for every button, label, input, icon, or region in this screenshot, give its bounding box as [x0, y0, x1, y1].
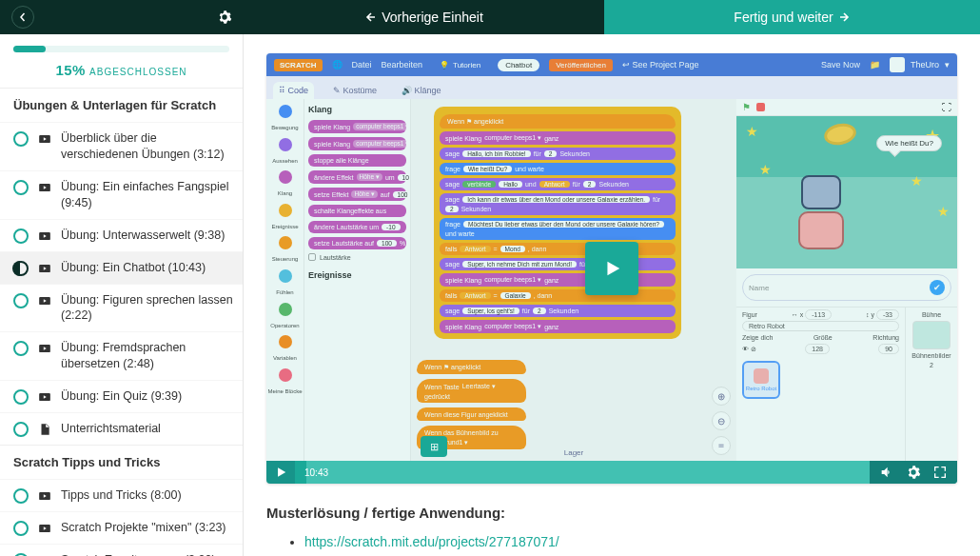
progress-section: 15% ABGESCHLOSSEN	[0, 34, 243, 88]
palette-category-icon	[279, 269, 292, 283]
lesson-item[interactable]: Unterrichtsmaterial	[0, 412, 243, 445]
see-project-page: ↩ See Project Page	[622, 60, 699, 70]
palette-category-icon	[279, 335, 292, 348]
lesson-label: Übung: Ein einfaches Fangspiel (9:45)	[61, 179, 233, 211]
lesson-item[interactable]: Tipps und Tricks (8:00)	[0, 479, 243, 511]
lesson-label: Scratch Erweiterungen (3:20)	[61, 552, 216, 556]
sprite-thumbnail: Retro Robot	[742, 361, 780, 399]
fullscreen-icon	[932, 465, 948, 480]
progress-bar	[13, 46, 229, 52]
code-block: frageWie heißt Du?und warte	[440, 163, 676, 175]
lesson-label: Unterrichtsmaterial	[61, 421, 161, 437]
palette-category-label: Ereignisse	[266, 224, 304, 230]
code-block: stoppe alle Klänge	[308, 154, 406, 167]
code-block: Wenn ⚑ angeklickt	[417, 360, 526, 374]
palette-category-label: Meine Blöcke	[266, 388, 304, 395]
play-icon	[274, 466, 287, 479]
chevron-left-icon	[18, 12, 28, 22]
volume-button[interactable]	[879, 465, 894, 480]
code-block: fallsAntwort=Mond, dann	[440, 243, 676, 255]
status-circle-icon	[13, 180, 29, 195]
below-video: Musterlösung / fertige Anwendung: https:…	[266, 505, 957, 549]
fullscreen-button[interactable]	[932, 465, 948, 480]
video-timeline[interactable]: 10:43	[295, 461, 870, 484]
stage-panel: ⚑ ⛶ ★ ★ ★ ★ ★ Wie heißt Du?	[736, 99, 957, 461]
lesson-item[interactable]: Übung: Figuren sprechen lassen (2:22)	[0, 284, 243, 332]
palette-category-label: Fühlen	[266, 289, 304, 296]
main-content: SCRATCH 🌐 Datei Bearbeiten 💡Tutorien Cha…	[244, 34, 980, 556]
stage-thumbnail	[912, 321, 951, 349]
code-block: frageMöchtest Du lieber etwas über den M…	[440, 218, 676, 240]
solution-link[interactable]: https://scratch.mit.edu/projects/2771870…	[304, 534, 559, 549]
progress-label: 15% ABGESCHLOSSEN	[13, 62, 229, 78]
back-button[interactable]	[11, 6, 34, 29]
script-area: Wenn ⚑ angeklicktspiele Klangcomputer be…	[411, 99, 736, 461]
status-circle-icon	[13, 341, 29, 356]
video-player[interactable]: SCRATCH 🌐 Datei Bearbeiten 💡Tutorien Cha…	[266, 53, 957, 484]
lesson-label: Tipps und Tricks (8:00)	[61, 487, 182, 504]
tab-code: ⠿ Code	[273, 82, 314, 99]
user-menu: TheUro ▾	[890, 57, 950, 72]
status-circle-icon	[13, 389, 29, 405]
code-block: setze EffektHöhe ▾auf100	[308, 188, 406, 201]
code-block: spiele Klangcomputer beeps1 ▾ganz	[308, 120, 406, 133]
lesson-label: Übung: Ein Chatbot (10:43)	[61, 260, 206, 276]
code-block: spiele Klangcomputer beeps1 ▾ganz	[440, 131, 676, 145]
lesson-item[interactable]: Scratch Projekte "mixen" (3:23)	[0, 511, 243, 544]
palette-category-label: Aussehen	[266, 158, 304, 165]
lesson-item[interactable]: Übung: Fremdsprachen übersetzen (2:48)	[0, 331, 243, 380]
status-circle-icon	[13, 261, 29, 276]
palette-category-icon	[279, 236, 292, 249]
play-button[interactable]	[585, 242, 638, 295]
code-block: schalte Klangeffekte aus	[308, 205, 406, 217]
next-unit-button[interactable]: Fertig und weiter	[604, 0, 980, 34]
palette-category-icon	[279, 170, 292, 184]
palette-category-label: Bewegung	[266, 125, 304, 131]
tab-costumes: ✎ Kostüme	[327, 82, 382, 99]
play-control[interactable]	[266, 461, 295, 484]
ask-answer-box: Name ✔	[742, 274, 951, 301]
lesson-label: Übung: Ein Quiz (9:39)	[61, 388, 182, 405]
prev-unit-label: Vorherige Einheit	[382, 10, 483, 25]
lesson-label: Übung: Fremdsprachen übersetzen (2:48)	[61, 340, 233, 372]
answer-submit-icon: ✔	[930, 280, 945, 295]
code-block: sageSuper, ich nehme Dich mit zum Mond!f…	[440, 258, 676, 270]
code-block: spiele Klangcomputer beeps1 ▾	[308, 137, 406, 150]
code-block: ändere EffektHöhe ▾um10	[308, 170, 406, 184]
lesson-item[interactable]: Übung: Ein Chatbot (10:43)	[0, 251, 243, 284]
section-heading: Scratch Tipps und Tricks	[0, 445, 243, 479]
video-icon	[38, 489, 51, 503]
lesson-item[interactable]: Übung: Ein Quiz (9:39)	[0, 380, 243, 412]
next-unit-label: Fertig und weiter	[734, 10, 833, 25]
menu-edit: Bearbeiten	[382, 60, 423, 70]
stop-icon	[756, 103, 765, 111]
lesson-label: Übung: Figuren sprechen lassen (2:22)	[61, 292, 233, 325]
menu-file: Datei	[352, 60, 372, 70]
lesson-item[interactable]: Übung: Unterwasserwelt (9:38)	[0, 219, 243, 251]
code-block: ändere Lautstärke um-10	[308, 221, 406, 233]
status-circle-icon	[13, 488, 29, 504]
save-now: Save Now	[821, 60, 860, 70]
status-circle-icon	[13, 131, 29, 147]
lesson-item[interactable]: Übung: Ein einfaches Fangspiel (9:45)	[0, 170, 243, 219]
status-circle-icon	[13, 228, 29, 244]
reporter-checkbox: Lautstärke	[308, 253, 406, 261]
lesson-item[interactable]: Überblick über die verschiedenen Übungen…	[0, 122, 243, 170]
palette-category-icon	[279, 204, 292, 217]
sprite-robot	[792, 175, 851, 249]
video-icon	[38, 390, 51, 404]
gear-icon	[906, 465, 921, 480]
solution-heading: Musterlösung / fertige Anwendung:	[266, 505, 957, 521]
lesson-item[interactable]: Scratch Erweiterungen (3:20)	[0, 544, 243, 556]
settings-button[interactable]	[906, 465, 921, 480]
progress-fill	[13, 46, 46, 52]
lesson-label: Übung: Unterwasserwelt (9:38)	[61, 228, 225, 244]
lightbulb-icon: 💡	[440, 61, 449, 70]
code-block: Wenn ⚑ angeklickt	[440, 114, 676, 129]
scratch-tabs: ⠿ Code ✎ Kostüme 🔊 Klänge	[266, 76, 957, 99]
video-controls: 10:43	[266, 461, 957, 484]
section-heading: Übungen & Unterlagen für Scratch	[0, 88, 243, 122]
prev-unit-button[interactable]: Vorherige Einheit	[244, 0, 604, 34]
settings-button[interactable]	[217, 10, 232, 25]
palette-category-icon	[279, 303, 292, 316]
